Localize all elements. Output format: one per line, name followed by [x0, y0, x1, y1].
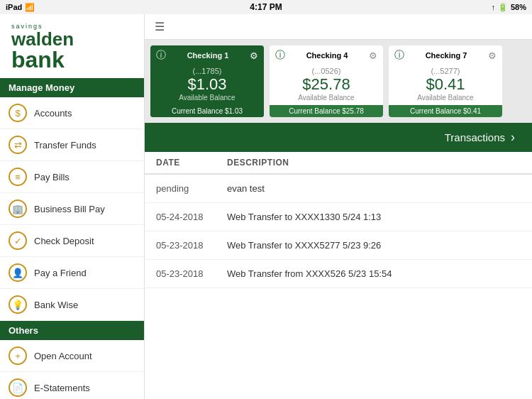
top-bar: ☰ [145, 14, 532, 40]
logo-area: savings walden bank [0, 14, 144, 78]
card-body-2: (...0526) $25.78 Available Balance [270, 65, 383, 105]
sidebar-item-e-statements[interactable]: 📄 E-Statements [0, 372, 144, 399]
chevron-right-icon: › [511, 130, 515, 145]
pay-bills-label: Pay Bills [34, 172, 70, 182]
card-body-3: (...5277) $0.41 Available Balance [389, 65, 502, 105]
card-footer-1: Current Balance $1.03 [150, 105, 264, 117]
transfer-label: Transfer Funds [34, 140, 96, 151]
date-column-header: DATE [156, 158, 227, 168]
row-desc-1: Web Transfer to XXXX1330 5/24 1:13 [227, 212, 521, 222]
accounts-row: ⓘ Checking 1 ⚙ (...1785) $1.03 Available… [145, 40, 532, 123]
accounts-label: Accounts [34, 108, 72, 119]
row-date-1: 05-24-2018 [156, 212, 227, 222]
balance-amount-3: $0.41 [394, 75, 497, 94]
bank-wise-icon: 💡 [9, 295, 27, 314]
open-account-icon: + [9, 346, 27, 365]
card-name-1: Checking 1 [166, 51, 250, 60]
section-header-manage-money: Manage Money [0, 78, 144, 97]
status-time: 4:17 PM [250, 2, 282, 12]
info-icon-3[interactable]: ⓘ [394, 49, 404, 62]
sidebar: savings walden bank Manage Money $ Accou… [0, 14, 145, 399]
status-left: iPad 📶 [6, 3, 35, 12]
account-card-2[interactable]: ⓘ Checking 4 ⚙ (...0526) $25.78 Availabl… [270, 45, 383, 117]
gear-icon-1[interactable]: ⚙ [250, 50, 258, 61]
sidebar-item-transfer-funds[interactable]: ⇄ Transfer Funds [0, 129, 144, 161]
wifi-icon: 📶 [25, 3, 35, 12]
available-label-3: Available Balance [394, 94, 497, 102]
status-right: ↑ 🔋 58% [491, 3, 526, 12]
account-number-3: (...5277) [394, 67, 497, 75]
sidebar-item-pay-bills[interactable]: ≡ Pay Bills [0, 161, 144, 193]
available-label-1: Available Balance [156, 94, 258, 102]
battery-percent: 58% [511, 3, 526, 11]
logo-bank: bank [11, 48, 133, 71]
section-header-others: Others [0, 321, 144, 340]
row-desc-3: Web Transfer from XXXX526 5/23 15:54 [227, 268, 521, 279]
account-card-3[interactable]: ⓘ Checking 7 ⚙ (...5277) $0.41 Available… [389, 45, 502, 117]
card-name-2: Checking 4 [285, 51, 369, 60]
battery-icon: 🔋 [498, 3, 508, 12]
pay-friend-label: Pay a Friend [34, 268, 87, 278]
row-desc-2: Web Transfer to XXXX5277 5/23 9:26 [227, 240, 521, 251]
card-footer-3: Current Balance $0.41 [389, 105, 502, 117]
check-deposit-icon: ✓ [9, 231, 27, 250]
row-date-2: 05-23-2018 [156, 240, 227, 251]
check-deposit-label: Check Deposit [34, 236, 94, 246]
status-bar: iPad 📶 4:17 PM ↑ 🔋 58% [0, 0, 532, 14]
ipad-label: iPad [6, 3, 22, 11]
e-statements-icon: 📄 [9, 378, 27, 397]
business-bill-label: Business Bill Pay [34, 204, 105, 214]
card-body-1: (...1785) $1.03 Available Balance [150, 65, 264, 105]
sidebar-item-check-deposit[interactable]: ✓ Check Deposit [0, 225, 144, 257]
transactions-bar[interactable]: Transactions › [145, 123, 532, 152]
sidebar-item-pay-friend[interactable]: 👤 Pay a Friend [0, 257, 144, 289]
account-number-2: (...0526) [275, 67, 377, 75]
main-content: ☰ ⓘ Checking 1 ⚙ (...1785) $1.03 Availab… [145, 14, 532, 399]
open-account-label: Open Account [34, 351, 92, 361]
card-header-2: ⓘ Checking 4 ⚙ [270, 45, 383, 65]
transactions-area[interactable]: DATE DESCRIPTION pending evan test 05-24… [145, 152, 532, 399]
balance-amount-1: $1.03 [156, 75, 258, 94]
sidebar-item-open-account[interactable]: + Open Account [0, 340, 144, 372]
table-row: 05-24-2018 Web Transfer to XXXX1330 5/24… [145, 203, 532, 231]
table-row: pending evan test [145, 175, 532, 203]
card-header-3: ⓘ Checking 7 ⚙ [389, 45, 502, 65]
info-icon-2[interactable]: ⓘ [275, 49, 285, 62]
accounts-icon: $ [9, 104, 27, 122]
hamburger-menu[interactable]: ☰ [155, 20, 165, 33]
gear-icon-2[interactable]: ⚙ [369, 50, 377, 61]
table-row: 05-23-2018 Web Transfer to XXXX5277 5/23… [145, 231, 532, 260]
business-bill-icon: 🏢 [9, 200, 27, 218]
app-container: savings walden bank Manage Money $ Accou… [0, 14, 532, 399]
sidebar-item-accounts[interactable]: $ Accounts [0, 97, 144, 129]
info-icon-1[interactable]: ⓘ [156, 49, 166, 62]
account-number-1: (...1785) [156, 67, 258, 75]
available-label-2: Available Balance [275, 94, 377, 102]
table-row: 05-23-2018 Web Transfer from XXXX526 5/2… [145, 260, 532, 288]
row-date-3: 05-23-2018 [156, 268, 227, 279]
card-footer-2: Current Balance $25.78 [270, 105, 383, 117]
location-icon: ↑ [491, 3, 495, 11]
bank-wise-label: Bank Wise [34, 300, 78, 310]
pay-bills-icon: ≡ [9, 168, 27, 186]
card-name-3: Checking 7 [404, 51, 488, 60]
transactions-label: Transactions [445, 131, 505, 143]
row-desc-0: evan test [227, 183, 521, 194]
description-column-header: DESCRIPTION [227, 158, 521, 168]
row-date-0: pending [156, 183, 227, 194]
sidebar-item-bank-wise[interactable]: 💡 Bank Wise [0, 289, 144, 321]
transfer-icon: ⇄ [9, 136, 27, 154]
sidebar-item-business-bill-pay[interactable]: 🏢 Business Bill Pay [0, 193, 144, 225]
e-statements-label: E-Statements [34, 383, 90, 393]
gear-icon-3[interactable]: ⚙ [488, 50, 497, 61]
account-card-1[interactable]: ⓘ Checking 1 ⚙ (...1785) $1.03 Available… [150, 45, 264, 117]
pay-friend-icon: 👤 [9, 263, 27, 282]
transactions-table-header: DATE DESCRIPTION [145, 152, 532, 175]
card-header-1: ⓘ Checking 1 ⚙ [150, 45, 264, 65]
logo-walden: walden [11, 30, 133, 48]
balance-amount-2: $25.78 [275, 75, 377, 94]
